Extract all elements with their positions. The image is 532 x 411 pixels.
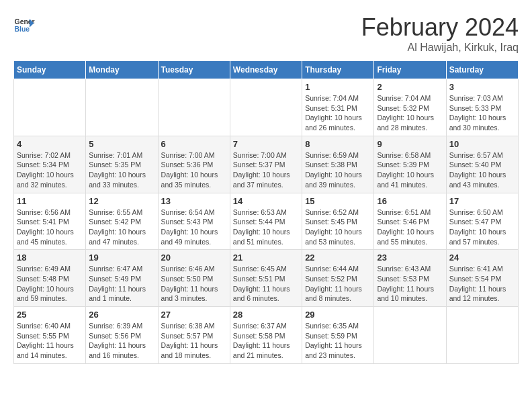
day-number: 3 (449, 82, 515, 92)
day-info: Sunrise: 6:46 AM Sunset: 5:50 PM Dayligh… (161, 264, 227, 304)
day-info: Sunrise: 7:00 AM Sunset: 5:36 PM Dayligh… (161, 150, 227, 190)
day-number: 23 (377, 253, 443, 263)
page-header: General Blue February 2024 Al Hawijah, K… (13, 13, 519, 54)
calendar-cell: 25Sunrise: 6:40 AM Sunset: 5:55 PM Dayli… (14, 307, 86, 364)
day-info: Sunrise: 6:49 AM Sunset: 5:48 PM Dayligh… (17, 264, 83, 304)
day-info: Sunrise: 7:00 AM Sunset: 5:37 PM Dayligh… (233, 150, 299, 190)
calendar-cell: 20Sunrise: 6:46 AM Sunset: 5:50 PM Dayli… (158, 250, 230, 307)
calendar-cell: 23Sunrise: 6:43 AM Sunset: 5:53 PM Dayli… (374, 250, 446, 307)
day-info: Sunrise: 6:47 AM Sunset: 5:49 PM Dayligh… (89, 264, 154, 304)
day-number: 1 (305, 82, 371, 92)
day-number: 6 (161, 139, 227, 149)
day-number: 18 (17, 253, 83, 263)
day-info: Sunrise: 6:44 AM Sunset: 5:52 PM Dayligh… (305, 264, 371, 304)
calendar-cell: 28Sunrise: 6:37 AM Sunset: 5:58 PM Dayli… (230, 307, 302, 364)
calendar-cell: 27Sunrise: 6:38 AM Sunset: 5:57 PM Dayli… (158, 307, 230, 364)
day-number: 4 (17, 139, 83, 149)
day-number: 12 (89, 196, 154, 206)
calendar-cell (158, 79, 230, 136)
calendar-cell: 14Sunrise: 6:53 AM Sunset: 5:44 PM Dayli… (230, 193, 302, 250)
calendar-cell: 9Sunrise: 6:58 AM Sunset: 5:39 PM Daylig… (374, 136, 446, 193)
day-number: 20 (161, 253, 227, 263)
day-number: 25 (17, 310, 83, 320)
day-info: Sunrise: 6:54 AM Sunset: 5:43 PM Dayligh… (161, 208, 227, 247)
calendar-cell (446, 307, 518, 364)
weekday-header-cell: Monday (86, 61, 158, 79)
calendar-week-row: 4Sunrise: 7:02 AM Sunset: 5:34 PM Daylig… (14, 136, 519, 193)
day-number: 2 (377, 82, 443, 92)
day-info: Sunrise: 6:35 AM Sunset: 5:59 PM Dayligh… (305, 321, 371, 361)
calendar-body: 1Sunrise: 7:04 AM Sunset: 5:31 PM Daylig… (14, 79, 519, 364)
calendar-cell: 12Sunrise: 6:55 AM Sunset: 5:42 PM Dayli… (86, 193, 158, 250)
calendar-week-row: 25Sunrise: 6:40 AM Sunset: 5:55 PM Dayli… (14, 307, 519, 364)
weekday-header-cell: Friday (374, 61, 446, 79)
weekday-header-cell: Thursday (302, 61, 374, 79)
day-number: 21 (233, 253, 299, 263)
calendar-cell: 22Sunrise: 6:44 AM Sunset: 5:52 PM Dayli… (302, 250, 374, 307)
day-info: Sunrise: 6:43 AM Sunset: 5:53 PM Dayligh… (377, 264, 443, 304)
day-info: Sunrise: 6:53 AM Sunset: 5:44 PM Dayligh… (233, 208, 299, 247)
calendar-cell: 18Sunrise: 6:49 AM Sunset: 5:48 PM Dayli… (14, 250, 86, 307)
day-info: Sunrise: 6:40 AM Sunset: 5:55 PM Dayligh… (17, 321, 83, 361)
day-number: 22 (305, 253, 371, 263)
calendar-cell: 4Sunrise: 7:02 AM Sunset: 5:34 PM Daylig… (14, 136, 86, 193)
day-number: 26 (89, 310, 154, 320)
calendar-cell: 2Sunrise: 7:04 AM Sunset: 5:32 PM Daylig… (374, 79, 446, 136)
logo: General Blue (13, 13, 35, 35)
calendar-cell: 8Sunrise: 6:59 AM Sunset: 5:38 PM Daylig… (302, 136, 374, 193)
logo-icon: General Blue (13, 13, 35, 35)
day-info: Sunrise: 6:41 AM Sunset: 5:54 PM Dayligh… (449, 264, 515, 304)
day-number: 28 (233, 310, 299, 320)
weekday-header-cell: Sunday (14, 61, 86, 79)
day-info: Sunrise: 6:56 AM Sunset: 5:41 PM Dayligh… (17, 208, 83, 247)
calendar-cell: 26Sunrise: 6:39 AM Sunset: 5:56 PM Dayli… (86, 307, 158, 364)
calendar-cell: 19Sunrise: 6:47 AM Sunset: 5:49 PM Dayli… (86, 250, 158, 307)
day-info: Sunrise: 7:04 AM Sunset: 5:32 PM Dayligh… (377, 93, 443, 133)
calendar-cell: 5Sunrise: 7:01 AM Sunset: 5:35 PM Daylig… (86, 136, 158, 193)
calendar-cell: 29Sunrise: 6:35 AM Sunset: 5:59 PM Dayli… (302, 307, 374, 364)
calendar-cell (14, 79, 86, 136)
day-number: 19 (89, 253, 154, 263)
day-info: Sunrise: 6:52 AM Sunset: 5:45 PM Dayligh… (305, 208, 371, 247)
day-info: Sunrise: 6:37 AM Sunset: 5:58 PM Dayligh… (233, 321, 299, 361)
day-info: Sunrise: 6:58 AM Sunset: 5:39 PM Dayligh… (377, 150, 443, 190)
calendar-cell: 7Sunrise: 7:00 AM Sunset: 5:37 PM Daylig… (230, 136, 302, 193)
day-info: Sunrise: 7:04 AM Sunset: 5:31 PM Dayligh… (305, 93, 371, 133)
day-number: 7 (233, 139, 299, 149)
calendar-cell: 11Sunrise: 6:56 AM Sunset: 5:41 PM Dayli… (14, 193, 86, 250)
location-subtitle: Al Hawijah, Kirkuk, Iraq (361, 42, 519, 54)
weekday-header-cell: Saturday (446, 61, 518, 79)
calendar-week-row: 18Sunrise: 6:49 AM Sunset: 5:48 PM Dayli… (14, 250, 519, 307)
day-number: 16 (377, 196, 443, 206)
calendar-table: SundayMondayTuesdayWednesdayThursdayFrid… (13, 60, 519, 364)
day-number: 10 (449, 139, 515, 149)
day-number: 13 (161, 196, 227, 206)
day-number: 15 (305, 196, 371, 206)
weekday-header-cell: Tuesday (158, 61, 230, 79)
calendar-week-row: 11Sunrise: 6:56 AM Sunset: 5:41 PM Dayli… (14, 193, 519, 250)
day-number: 29 (305, 310, 371, 320)
day-number: 27 (161, 310, 227, 320)
day-number: 8 (305, 139, 371, 149)
day-number: 24 (449, 253, 515, 263)
calendar-cell: 3Sunrise: 7:03 AM Sunset: 5:33 PM Daylig… (446, 79, 518, 136)
calendar-cell: 15Sunrise: 6:52 AM Sunset: 5:45 PM Dayli… (302, 193, 374, 250)
calendar-cell: 21Sunrise: 6:45 AM Sunset: 5:51 PM Dayli… (230, 250, 302, 307)
day-info: Sunrise: 6:51 AM Sunset: 5:46 PM Dayligh… (377, 208, 443, 247)
day-info: Sunrise: 7:01 AM Sunset: 5:35 PM Dayligh… (89, 150, 154, 190)
day-info: Sunrise: 7:03 AM Sunset: 5:33 PM Dayligh… (449, 93, 515, 133)
day-info: Sunrise: 6:59 AM Sunset: 5:38 PM Dayligh… (305, 150, 371, 190)
day-info: Sunrise: 6:45 AM Sunset: 5:51 PM Dayligh… (233, 264, 299, 304)
month-year-title: February 2024 (361, 13, 519, 42)
day-info: Sunrise: 6:39 AM Sunset: 5:56 PM Dayligh… (89, 321, 154, 361)
title-block: February 2024 Al Hawijah, Kirkuk, Iraq (361, 13, 519, 54)
weekday-header-row: SundayMondayTuesdayWednesdayThursdayFrid… (14, 61, 519, 79)
calendar-cell: 16Sunrise: 6:51 AM Sunset: 5:46 PM Dayli… (374, 193, 446, 250)
calendar-cell: 13Sunrise: 6:54 AM Sunset: 5:43 PM Dayli… (158, 193, 230, 250)
svg-text:Blue: Blue (15, 26, 30, 33)
day-number: 9 (377, 139, 443, 149)
calendar-cell: 1Sunrise: 7:04 AM Sunset: 5:31 PM Daylig… (302, 79, 374, 136)
day-info: Sunrise: 6:38 AM Sunset: 5:57 PM Dayligh… (161, 321, 227, 361)
calendar-cell (230, 79, 302, 136)
day-info: Sunrise: 6:55 AM Sunset: 5:42 PM Dayligh… (89, 208, 154, 247)
